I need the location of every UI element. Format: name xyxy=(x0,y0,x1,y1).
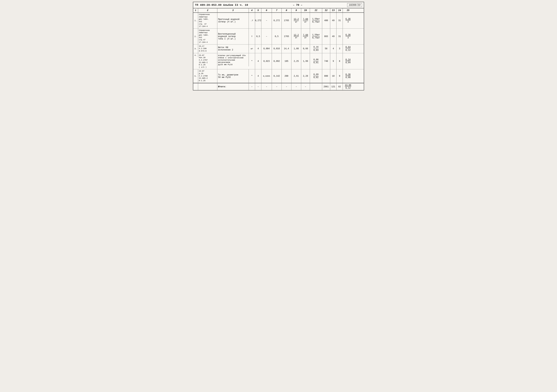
row2-col9: 12,2 шт xyxy=(291,29,301,44)
total-col1 xyxy=(193,83,198,90)
col-header-15: I5 xyxy=(343,8,353,12)
row3-col13: 4 xyxy=(330,45,336,53)
row1-col9: 12,2 шт xyxy=(291,13,301,28)
row5-col10: 2,28 xyxy=(301,69,310,83)
document-page: ТП 409-28-053.89 Альбом I3 ч. 10 – 70 – … xyxy=(193,2,364,90)
row4-col2: 23-07 поп.20 п.I-2787 I2-805-I K-I.25 ( … xyxy=(198,53,217,69)
row4-col1: 4. xyxy=(193,53,198,57)
row3-col4: шт xyxy=(249,45,255,53)
total-col13: 121 xyxy=(330,83,336,90)
document-number: 10288/23 xyxy=(347,3,362,7)
page-number: – 70 – xyxy=(293,4,302,7)
total-row: Итого: – – – – – – – 2961 121 82 13,96 6… xyxy=(193,83,364,90)
total-col14: 82 xyxy=(336,83,343,90)
column-headers: 1 2 3 4 5 6 7 8 9 I0 II I2 I3 I4 I5 xyxy=(193,8,364,13)
col-header-4: 4 xyxy=(249,8,255,12)
row1-col1: 1. xyxy=(193,13,198,28)
row3-col15: 0,64 0,12 xyxy=(343,45,353,53)
row3-col2: I5–I7 п.I–I00 8-573-6 xyxy=(198,45,217,53)
row3-col9: 1,08 xyxy=(291,45,301,53)
row5-col1: 5. xyxy=(193,69,198,83)
row3-col12: 58 xyxy=(322,45,330,53)
row1-col7: 0,272 xyxy=(272,13,282,28)
row5-col13: 10 xyxy=(330,69,336,83)
row2-col8: 1765 xyxy=(282,29,291,44)
total-col12: 2961 xyxy=(322,83,330,90)
row5-col7: 0,142 xyxy=(272,69,282,83)
row5-col5: 4 xyxy=(255,69,261,83)
row3-col8: 14,4 xyxy=(282,45,291,53)
total-label: Итого: xyxy=(217,83,249,90)
row2-col11: 1,59шт 0,75шт xyxy=(310,29,322,44)
total-col15: 13,96 6,12 xyxy=(343,83,353,90)
document-title: ТП 409-28-053.89 Альбом I3 ч. 10 xyxy=(195,4,248,7)
row3-col3: Шиток КШисполнение 2 xyxy=(217,45,249,53)
col-header-1: 1 xyxy=(193,8,198,12)
row1-col5: 0,272 xyxy=(255,13,261,28)
row4-col13: 9 xyxy=(330,53,336,69)
row1-col12: 480 xyxy=(322,13,330,28)
col-header-8: 8 xyxy=(282,8,291,12)
row2-col6: – xyxy=(261,29,272,44)
row2-col10: 7,68 шт xyxy=(301,29,310,44)
total-col8: – xyxy=(282,83,291,90)
row2-col13: 49 xyxy=(330,29,336,44)
row2-col5: 0,5 xyxy=(255,29,261,44)
row3-col1: 3. xyxy=(193,45,198,53)
row3-col7: 0,016 xyxy=(272,45,282,53)
row2-col3: Вентиляционныйводяной затвортипа I (4 шт… xyxy=(217,29,249,44)
row4-col15: 0,24 0,04 xyxy=(343,53,353,69)
total-col9: – xyxy=(291,83,301,90)
row5-col12: 800 xyxy=(322,69,330,83)
row1-col13: 49 xyxy=(330,13,336,28)
total-col10: – xyxy=(301,83,310,90)
col-header-12: I2 xyxy=(322,8,330,12)
col-header-11: II xyxy=(310,8,322,12)
row1-col2: Справочник лимитных ден табл. XVI стр. 4… xyxy=(198,13,217,28)
row1-col3: Приточный водянойзатвор (4 шт.) xyxy=(217,13,249,28)
total-col4: – xyxy=(249,83,255,90)
row1-col4: .т xyxy=(249,13,255,28)
row4-col4: " xyxy=(249,53,255,69)
row5-col2: 23-07 д.20 п.I-2789 I2-805-2 K-I.25 xyxy=(198,69,217,83)
row5-col8: 200 xyxy=(282,69,291,83)
row5-col11: 0,09 0,02 xyxy=(310,69,322,83)
col-header-3: 3 xyxy=(217,8,249,12)
total-col7: – xyxy=(272,83,282,90)
row1-col15: 6,36 3 xyxy=(343,13,353,28)
row3-col6: 0,004 xyxy=(261,45,272,53)
row5-col9: 2,61 xyxy=(291,69,301,83)
col-header-6: 6 xyxy=(261,8,272,12)
row2-col15: 6,36 3 xyxy=(343,29,353,44)
row3-col10: 0,66 xyxy=(301,45,310,53)
row3-col14: 3 xyxy=(336,45,343,53)
col-header-2: 2 xyxy=(198,8,217,12)
row4-col5: 4 xyxy=(255,53,261,69)
col-header-14: I4 xyxy=(336,8,343,12)
row2-col2: Справочник лимитных ден табл. XVI стр.47… xyxy=(198,29,217,44)
total-col5: – xyxy=(255,83,261,90)
col-header-7: 7 xyxy=(272,8,282,12)
row4-col12: 740 xyxy=(322,53,330,69)
header-bar: ТП 409-28-053.89 Альбом I3 ч. 10 – 70 – … xyxy=(193,2,364,8)
row1-col10: 7,68 шт xyxy=(301,13,310,28)
row1-col11: 1,59шт 0,75шт xyxy=(310,13,322,28)
table-row: 3. I5–I7 п.I–I00 8-573-6 Шиток КШисполне… xyxy=(193,45,364,53)
row4-col3: Клапан регулирующий 25ч 940нж с электрич… xyxy=(217,53,249,66)
row2-col12: 883 xyxy=(322,29,330,44)
row4-col7: 0,092 xyxy=(272,53,282,69)
row4-col9: 2,25 xyxy=(291,53,301,69)
row5-col15: 0,36 0,08 xyxy=(343,69,353,83)
total-col6: – xyxy=(261,83,272,90)
col-header-5: 5 xyxy=(255,8,261,12)
table-row: 2. Справочник лимитных ден табл. XVI стр… xyxy=(193,29,364,45)
row5-col14: 9 xyxy=(336,69,343,83)
row3-col5: 4 xyxy=(255,45,261,53)
row5-col3: То же, диаметром50 мм Ру16 xyxy=(217,69,249,83)
col-header-13: I3 xyxy=(330,8,336,12)
total-col2 xyxy=(198,83,217,90)
row5-col6: 0,0355 xyxy=(261,69,272,83)
table-row: 5. 23-07 д.20 п.I-2789 I2-805-2 K-I.25 Т… xyxy=(193,69,364,83)
row4-col10: 1,99 xyxy=(301,53,310,69)
row2-col4: т xyxy=(249,29,255,44)
